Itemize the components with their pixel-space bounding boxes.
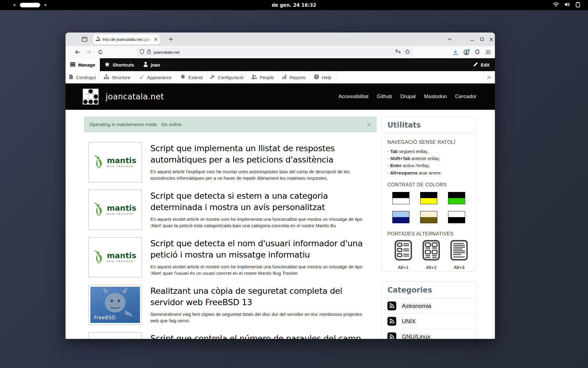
close-message-icon[interactable] — [367, 121, 371, 128]
mantis-insect-icon — [94, 203, 105, 217]
tab-bar: Inici de joancatala.net | joa — [66, 33, 495, 46]
article-thumbnail[interactable] — [88, 332, 142, 339]
bookmark-star-icon[interactable] — [405, 49, 410, 56]
forward-button[interactable] — [84, 48, 93, 56]
downloads-icon[interactable] — [451, 48, 460, 56]
tab-close-icon[interactable] — [154, 37, 157, 42]
new-tab-button[interactable] — [167, 35, 175, 44]
toolbar-item-shortcuts[interactable]: Shortcuts — [100, 58, 139, 71]
tab-list-dropdown-button[interactable] — [445, 35, 454, 44]
article-title-link[interactable]: Script que controla el número de paraule… — [150, 334, 361, 339]
keyboard-shortcut-list: - Tab següent enllaç. - Shift+Tab anteri… — [387, 148, 470, 177]
maximize-button[interactable] — [478, 35, 486, 44]
system-status-area[interactable] — [553, 0, 581, 10]
tray-item-reports[interactable]: Reports — [279, 71, 309, 83]
toolbar-item-user[interactable]: joan — [139, 58, 165, 71]
help-icon: ? — [314, 74, 319, 80]
article-thumbnail-freebsd[interactable]: FreeBSD — [88, 285, 142, 325]
nav-link-mastodon[interactable]: Mastodon — [424, 94, 447, 100]
article-teaser: mantis BUG TRACKER Script que detecta el… — [88, 237, 377, 278]
nav-link-github[interactable]: Github — [377, 94, 392, 100]
minimize-button[interactable] — [468, 35, 477, 44]
article-title-link[interactable]: Script que detecta si estem a una catego… — [150, 191, 328, 212]
keyboard-nav-heading: NAVEGACIÓ SENSE RATOLÍ — [387, 140, 470, 145]
go-online-link[interactable]: Go online. — [161, 122, 183, 127]
contrast-swatch — [392, 192, 409, 204]
cover-link-alt3[interactable]: Alt+3 — [454, 265, 465, 270]
back-button[interactable] — [73, 48, 82, 56]
tray-item-people[interactable]: People — [247, 71, 279, 83]
url-bar[interactable]: joancatala.net A — [137, 48, 413, 57]
cover-link-alt1[interactable]: Alt+1 — [398, 265, 409, 270]
tray-item-help[interactable]: ? Help — [309, 71, 336, 83]
wifi-icon — [553, 2, 559, 8]
article-title-link[interactable]: Script que implementa un llistat de resp… — [150, 144, 335, 164]
maintenance-status-message: Operating in maintenance mode. Go online… — [84, 117, 377, 132]
article-title: Script que implementa un llistat de resp… — [150, 143, 377, 166]
user-icon — [143, 62, 148, 68]
utilities-block-title: Utilitats — [387, 121, 421, 129]
article-thumbnail-mantis[interactable]: mantis BUG TRACKER — [88, 142, 142, 182]
article-thumbnail-mantis[interactable]: mantis BUG TRACKER — [88, 237, 142, 278]
status-text: Operating in maintenance mode. — [89, 122, 158, 127]
toolbar-item-manage[interactable]: Manage — [66, 58, 100, 71]
shortcut-line: - Tab següent enllaç. — [387, 148, 470, 155]
clock[interactable]: de gen. 24 16:32 — [0, 2, 588, 8]
article-title-link[interactable]: Script que detecta el nom d'usuari infor… — [150, 239, 363, 259]
nav-link-accessibilitat[interactable]: Accessibilitat — [338, 94, 368, 100]
category-row: UNIX — [382, 314, 476, 329]
site-header: joancatala.net Accessibilitat Github Dru… — [66, 83, 495, 110]
list-layout-icon[interactable] — [394, 240, 412, 262]
account-icon[interactable] — [462, 48, 471, 56]
text-layout-icon[interactable] — [450, 240, 468, 262]
alternative-covers: Alt+1 Alt+2 Alt+3 — [392, 240, 470, 270]
category-link-astronomia[interactable]: Astronomia — [401, 302, 432, 310]
contrast-swatch — [448, 192, 465, 204]
article-title-link[interactable]: Realitzant una còpia de seguretat comple… — [150, 286, 342, 307]
contrast-swatch — [420, 192, 437, 204]
toolbar-orientation-toggle-icon[interactable] — [484, 71, 495, 83]
contrast-heading: CONTRAST DE COLORS — [387, 182, 470, 188]
extensions-puzzle-icon[interactable] — [473, 48, 482, 56]
tray-item-contingut[interactable]: Contingut — [66, 71, 100, 83]
browser-tab[interactable]: Inici de joancatala.net | joa — [93, 34, 160, 44]
tray-item-extend[interactable]: Extend — [176, 71, 207, 83]
categories-block-title: Categories — [387, 286, 432, 294]
article-summary: Semestralment vaig fent còpies de segure… — [150, 311, 366, 324]
nav-link-drupal[interactable]: Drupal — [400, 94, 416, 100]
cover-link-alt2[interactable]: Alt+2 — [426, 265, 437, 270]
site-logo-glider-icon[interactable] — [83, 89, 99, 105]
article-teaser: FreeBSD Realitzant una còpia de segureta… — [88, 285, 377, 325]
contrast-swatch — [392, 211, 409, 223]
lock-icon[interactable] — [147, 49, 151, 55]
translate-icon[interactable]: A — [395, 49, 401, 55]
menu-hamburger-icon[interactable] — [484, 48, 492, 56]
grid-layout-icon[interactable] — [422, 240, 440, 262]
shortcut-line: - Shift+Tab anterior enllaç. — [387, 155, 470, 162]
article-title: Script que detecta el nom d'usuari infor… — [150, 238, 377, 261]
category-link-unix[interactable]: UNIX — [401, 318, 417, 325]
reload-button[interactable] — [96, 48, 105, 56]
category-link-gnulinux[interactable]: GNU/Linux — [401, 333, 432, 339]
site-nav: Accessibilitat Github Drupal Mastodon Ce… — [338, 94, 477, 100]
tray-item-structure[interactable]: Structure — [100, 71, 135, 83]
article-thumbnail-mantis[interactable]: mantis BUG TRACKER — [88, 190, 142, 230]
contrast-swatches — [392, 192, 470, 223]
edit-button[interactable]: Edit — [470, 58, 492, 71]
close-window-button[interactable] — [487, 35, 495, 44]
tray-item-configuracio[interactable]: Configuració — [207, 71, 247, 83]
volume-icon — [564, 2, 570, 8]
freebsd-logo-word: FreeBSD — [94, 315, 116, 320]
site-title[interactable]: joancatala.net — [106, 92, 164, 101]
barchart-icon — [282, 75, 287, 80]
tracking-shield-icon[interactable] — [140, 49, 144, 56]
firefox-view-button[interactable] — [80, 35, 89, 44]
rss-icon — [387, 332, 396, 339]
tray-item-appearance[interactable]: Appearance — [135, 71, 176, 83]
article-summary: En aquest article t'explique com he munt… — [150, 168, 366, 182]
contrast-swatch — [448, 211, 465, 223]
categories-block: Categories Astronomia UNIX — [382, 282, 476, 339]
star-icon — [104, 62, 110, 68]
nav-link-cercador[interactable]: Cercador — [455, 94, 477, 100]
tab-favicon-glider-icon — [96, 36, 100, 42]
